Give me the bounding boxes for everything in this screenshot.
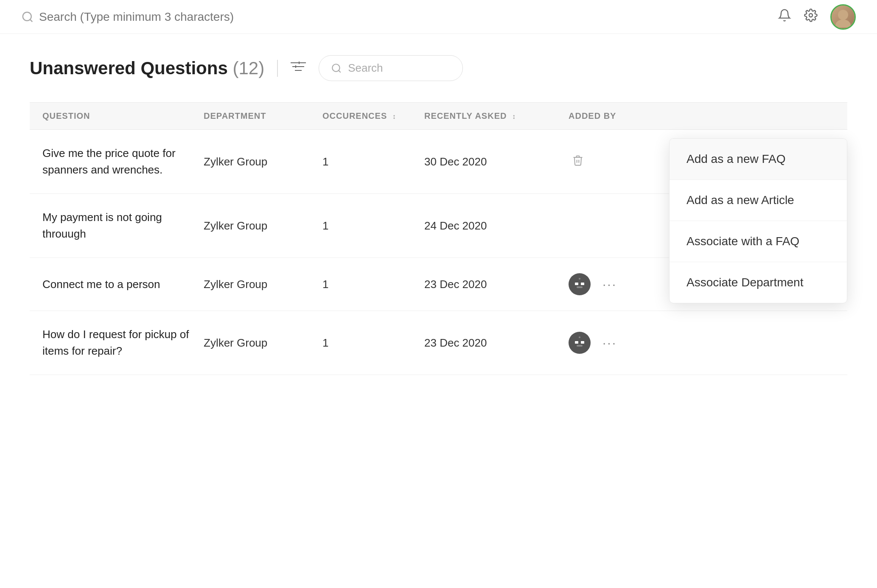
occurrences-text: 1 <box>322 219 424 232</box>
menu-item-add-faq[interactable]: Add as a new FAQ <box>670 139 847 180</box>
recently-asked-text: 23 Dec 2020 <box>424 278 569 291</box>
more-options-button[interactable]: ··· <box>599 274 620 295</box>
col-occurrences[interactable]: OCCURENCES ↕ <box>322 111 424 121</box>
svg-point-10 <box>332 64 339 71</box>
table-row: How do I request for pickup of items for… <box>30 311 847 375</box>
department-text: Zylker Group <box>204 219 322 232</box>
filter-icon[interactable] <box>291 60 306 76</box>
svg-rect-18 <box>573 339 586 348</box>
svg-rect-20 <box>581 341 584 344</box>
main-content: Unanswered Questions (12) Search QUESTIO <box>0 34 877 396</box>
svg-point-2 <box>809 14 813 17</box>
table-row: Give me the price quote for spanners and… <box>30 130 847 194</box>
search-icon-inline <box>331 63 342 74</box>
menu-item-associate-dept[interactable]: Associate Department <box>670 262 847 303</box>
occurrences-text: 1 <box>322 278 424 291</box>
svg-point-4 <box>835 20 851 28</box>
added-by-cell: ··· <box>569 332 835 354</box>
page-header: Unanswered Questions (12) Search <box>30 55 847 81</box>
col-question: QUESTION <box>42 111 204 121</box>
col-recently-asked[interactable]: RECENTLY ASKED ↕ <box>424 111 569 121</box>
header-divider <box>277 60 278 77</box>
question-count: (12) <box>233 58 264 78</box>
user-avatar-image <box>832 6 855 28</box>
occurrences-sort-icon: ↕ <box>392 113 396 120</box>
recently-asked-text: 24 Dec 2020 <box>424 219 569 232</box>
notification-icon[interactable] <box>778 8 791 25</box>
more-options-button[interactable]: ··· <box>599 332 620 353</box>
svg-point-3 <box>838 10 848 20</box>
svg-line-1 <box>30 19 32 21</box>
question-text: Give me the price quote for spanners and… <box>42 145 204 178</box>
svg-point-17 <box>579 278 580 280</box>
recently-asked-text: 30 Dec 2020 <box>424 155 569 168</box>
top-nav <box>0 0 877 34</box>
context-menu: Add as a new FAQ Add as a new Article As… <box>669 138 847 303</box>
department-text: Zylker Group <box>204 278 322 291</box>
recently-asked-text: 23 Dec 2020 <box>424 336 569 350</box>
svg-point-0 <box>23 12 31 20</box>
global-search-input[interactable] <box>39 10 294 24</box>
occurrences-text: 1 <box>322 155 424 168</box>
question-text: Connect me to a person <box>42 276 204 293</box>
recently-asked-sort-icon: ↕ <box>512 113 516 120</box>
table-header: QUESTION DEPARTMENT OCCURENCES ↕ RECENTL… <box>30 102 847 130</box>
avatar <box>569 273 591 295</box>
occurrences-text: 1 <box>322 336 424 350</box>
svg-rect-19 <box>575 341 578 344</box>
svg-rect-15 <box>577 286 583 288</box>
svg-rect-12 <box>573 280 586 290</box>
svg-rect-13 <box>575 283 578 285</box>
search-placeholder: Search <box>348 62 383 75</box>
col-added-by: ADDED BY <box>569 111 835 121</box>
user-avatar[interactable] <box>830 4 856 30</box>
svg-line-11 <box>339 70 341 73</box>
added-by-cell: Add as a new FAQ Add as a new Article As… <box>569 151 835 173</box>
search-icon <box>21 11 34 23</box>
svg-rect-14 <box>581 283 584 285</box>
global-search-bar[interactable] <box>21 10 294 24</box>
menu-item-add-article[interactable]: Add as a new Article <box>670 180 847 221</box>
delete-button[interactable] <box>569 151 587 173</box>
nav-icons <box>778 4 856 30</box>
avatar <box>569 332 591 354</box>
question-text: My payment is not going throuugh <box>42 209 204 242</box>
table-search-bar[interactable]: Search <box>319 55 463 81</box>
page-title: Unanswered Questions (12) <box>30 58 264 78</box>
svg-rect-21 <box>577 345 583 347</box>
question-text: How do I request for pickup of items for… <box>42 326 204 359</box>
col-department: DEPARTMENT <box>204 111 322 121</box>
questions-table: QUESTION DEPARTMENT OCCURENCES ↕ RECENTL… <box>30 102 847 375</box>
department-text: Zylker Group <box>204 336 322 350</box>
department-text: Zylker Group <box>204 155 322 168</box>
svg-point-23 <box>579 336 580 338</box>
menu-item-associate-faq[interactable]: Associate with a FAQ <box>670 221 847 262</box>
settings-icon[interactable] <box>804 8 818 25</box>
